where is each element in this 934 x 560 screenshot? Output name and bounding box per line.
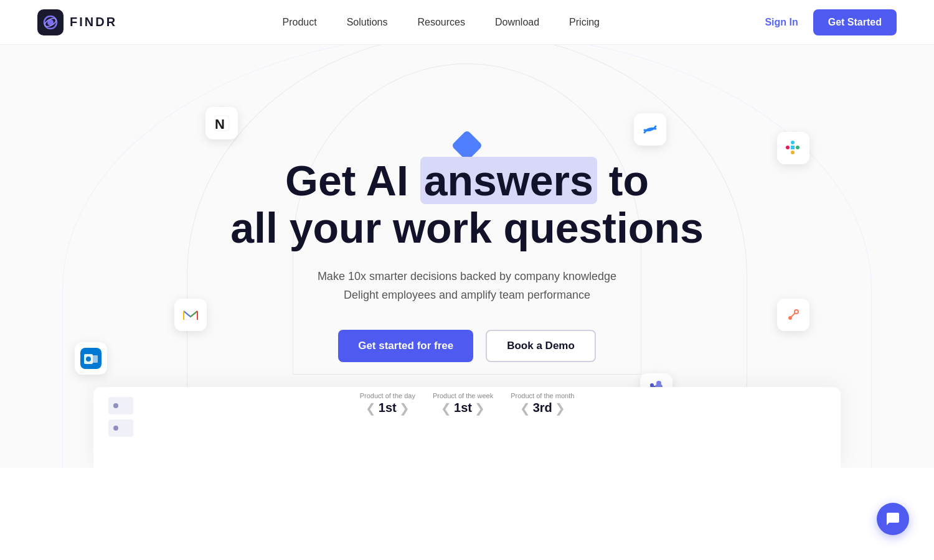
hero-subtitle-line1: Make 10x smarter decisions backed by com… [318, 270, 616, 282]
nav-solutions[interactable]: Solutions [347, 17, 388, 28]
hero-title-line2: all your work questions [230, 204, 704, 251]
gmail-float-icon [174, 299, 207, 331]
hero-title-post: to [597, 157, 649, 204]
svg-point-10 [86, 357, 91, 362]
get-started-button[interactable]: Get Started [813, 9, 897, 35]
notion-float-icon: N [205, 107, 238, 139]
laurel-left-3-icon: ❮ [520, 401, 531, 416]
svg-rect-11 [92, 355, 98, 363]
hero-title-pre: Get AI [285, 157, 420, 204]
preview-dot-2 [113, 426, 118, 431]
badge-month: Product of the month ❮ 3rd ❯ [511, 392, 574, 416]
chat-support-button[interactable] [877, 503, 909, 535]
laurel-left-2-icon: ❮ [441, 401, 451, 416]
chat-icon [885, 511, 900, 526]
badge-day: Product of the day ❮ 1st ❯ [360, 392, 415, 416]
nav-actions: Sign In Get Started [765, 9, 897, 35]
cta-primary-button[interactable]: Get started for free [338, 330, 473, 362]
svg-point-24 [795, 310, 798, 313]
preview-dot-1 [113, 403, 118, 408]
hero-buttons: Get started for free Book a Demo [338, 330, 596, 362]
hero-section: N [0, 45, 934, 468]
laurel-right-3-icon: ❯ [555, 401, 565, 416]
svg-rect-17 [791, 146, 795, 149]
logo-area[interactable]: FINDR [37, 9, 117, 35]
badge-day-label: Product of the day [360, 392, 415, 399]
svg-rect-18 [796, 146, 800, 149]
hero-title: Get AI answers to all your work question… [230, 157, 704, 251]
badge-day-rank: 1st [379, 401, 397, 415]
badge-week-rank-row: ❮ 1st ❯ [441, 401, 485, 416]
svg-text:N: N [215, 116, 225, 132]
nav-download[interactable]: Download [495, 17, 539, 28]
navbar: FINDR Product Solutions Resources Downlo… [0, 0, 934, 45]
cta-secondary-button[interactable]: Book a Demo [486, 330, 596, 362]
nav-links: Product Solutions Resources Download Pri… [283, 17, 600, 28]
laurel-right-icon: ❯ [399, 401, 410, 416]
badge-day-rank-row: ❮ 1st ❯ [366, 401, 410, 416]
hero-content: Get AI answers to all your work question… [230, 157, 704, 416]
hero-title-highlight: answers [420, 157, 597, 204]
badge-week: Product of the week ❮ 1st ❯ [433, 392, 493, 416]
badges-row: Product of the day ❮ 1st ❯ Product of th… [360, 392, 575, 416]
badge-week-rank: 1st [454, 401, 472, 415]
svg-rect-14 [786, 146, 790, 149]
slack-float-icon [777, 132, 809, 164]
hero-subtitle-line2: Delight employees and amplify team perfo… [344, 289, 590, 301]
preview-sidebar-item-2 [108, 419, 133, 437]
laurel-left-icon: ❮ [366, 401, 376, 416]
preview-sidebar [108, 387, 171, 468]
hubspot-float-icon [777, 299, 809, 331]
nav-resources[interactable]: Resources [417, 17, 465, 28]
nav-pricing[interactable]: Pricing [569, 17, 600, 28]
confluence-float-icon [634, 113, 666, 146]
findr-logo-icon [37, 9, 64, 35]
badge-month-label: Product of the month [511, 392, 574, 399]
badge-month-rank-row: ❮ 3rd ❯ [520, 401, 565, 416]
laurel-right-2-icon: ❯ [474, 401, 485, 416]
logo-text: FINDR [70, 15, 117, 29]
nav-product[interactable]: Product [283, 17, 317, 28]
svg-rect-16 [791, 141, 795, 144]
outlook-float-icon [75, 342, 107, 375]
hero-subtitle: Make 10x smarter decisions backed by com… [318, 267, 616, 305]
preview-sidebar-item-1 [108, 397, 133, 414]
badge-month-rank: 3rd [533, 401, 552, 415]
badge-week-label: Product of the week [433, 392, 493, 399]
svg-rect-19 [791, 151, 795, 154]
sign-in-button[interactable]: Sign In [765, 17, 798, 28]
